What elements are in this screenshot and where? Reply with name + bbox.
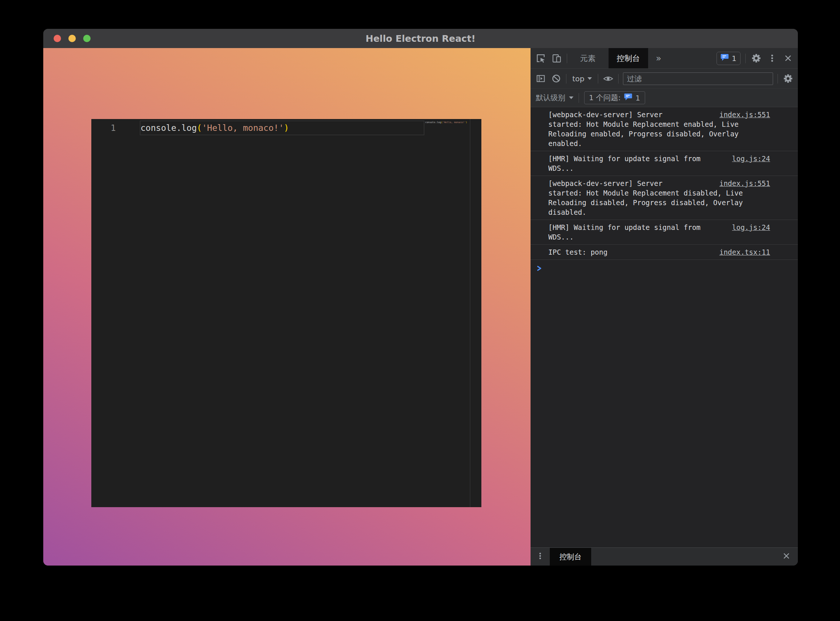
minimize-window-button[interactable] bbox=[68, 35, 76, 42]
traffic-lights bbox=[54, 35, 91, 42]
console-message[interactable]: index.tsx:11IPC test: pong bbox=[531, 245, 798, 260]
code-line[interactable]: console.log('Hello, monaco!') bbox=[141, 121, 289, 135]
app-window: Hello Electron React! 1 console.log('Hel… bbox=[43, 29, 798, 565]
minimap-divider bbox=[470, 119, 470, 507]
javascript-context-dropdown[interactable]: top bbox=[571, 74, 593, 83]
devtools-main-toolbar: 元素 控制台 » 1 bbox=[531, 48, 798, 69]
filter-input[interactable] bbox=[623, 73, 773, 85]
code-function: console.log bbox=[141, 123, 197, 133]
issues-counter-button[interactable]: 1 bbox=[717, 52, 740, 65]
source-link[interactable]: log.js:24 bbox=[707, 154, 770, 164]
zoom-window-button[interactable] bbox=[83, 35, 91, 42]
source-link[interactable]: index.tsx:11 bbox=[694, 247, 770, 257]
source-link[interactable]: index.js:551 bbox=[694, 110, 770, 120]
console-message[interactable]: log.js:24[HMR] Waiting for update signal… bbox=[531, 220, 798, 245]
console-message[interactable]: log.js:24[HMR] Waiting for update signal… bbox=[531, 151, 798, 176]
live-expression-eye-icon[interactable] bbox=[603, 73, 614, 84]
console-toolbar: top bbox=[531, 69, 798, 89]
console-levels-bar: 默认级别 1 个问题: 1 bbox=[531, 89, 798, 107]
console-sidebar-toggle-icon[interactable] bbox=[535, 73, 546, 84]
toolbar-divider bbox=[579, 93, 579, 103]
issues-summary-button[interactable]: 1 个问题: 1 bbox=[584, 91, 645, 104]
log-levels-dropdown[interactable]: 默认级别 bbox=[536, 93, 573, 103]
code-string: 'Hello, monaco!' bbox=[202, 123, 284, 133]
more-tabs-chevron[interactable]: » bbox=[653, 53, 664, 64]
line-number: 1 bbox=[91, 121, 125, 135]
clear-console-icon[interactable] bbox=[550, 73, 562, 84]
close-devtools-icon[interactable] bbox=[782, 53, 793, 64]
drawer-close-icon[interactable] bbox=[782, 551, 791, 563]
issues-badge-count: 1 bbox=[635, 94, 640, 102]
toolbar-divider bbox=[566, 74, 566, 83]
toolbar-divider bbox=[745, 54, 746, 63]
drawer-kebab-icon[interactable] bbox=[531, 551, 544, 562]
tab-console[interactable]: 控制台 bbox=[608, 48, 648, 68]
inspect-element-icon[interactable] bbox=[535, 53, 546, 64]
devtools-drawer-bar: 控制台 bbox=[531, 547, 798, 565]
editor-minimap[interactable]: console.log('Hello, monaco!') bbox=[425, 121, 467, 124]
settings-gear-icon[interactable] bbox=[751, 53, 762, 64]
devtools-panel: 元素 控制台 » 1 bbox=[531, 48, 798, 565]
source-link[interactable]: index.js:551 bbox=[694, 179, 770, 188]
code-open-paren: ( bbox=[197, 123, 202, 133]
console-settings-gear-icon[interactable] bbox=[782, 73, 793, 84]
issues-message-icon bbox=[720, 54, 729, 63]
titlebar: Hello Electron React! bbox=[43, 29, 798, 48]
drawer-tab-console[interactable]: 控制台 bbox=[550, 548, 591, 565]
monaco-editor[interactable]: 1 console.log('Hello, monaco!') console.… bbox=[91, 119, 481, 507]
kebab-menu-icon[interactable] bbox=[766, 53, 778, 64]
tab-elements[interactable]: 元素 bbox=[572, 48, 604, 68]
issues-count: 1 bbox=[732, 54, 737, 63]
chevron-down-icon bbox=[569, 97, 573, 99]
console-message[interactable]: index.js:551[webpack-dev-server] Server … bbox=[531, 107, 798, 151]
chevron-down-icon bbox=[587, 77, 592, 80]
source-link[interactable]: log.js:24 bbox=[707, 223, 770, 232]
toolbar-divider bbox=[778, 74, 778, 83]
console-message[interactable]: index.js:551[webpack-dev-server] Server … bbox=[531, 176, 798, 220]
window-title: Hello Electron React! bbox=[365, 33, 476, 44]
app-background: 1 console.log('Hello, monaco!') console.… bbox=[43, 48, 531, 565]
code-close-paren: ) bbox=[284, 123, 289, 133]
toolbar-divider bbox=[567, 54, 567, 63]
device-toolbar-icon[interactable] bbox=[551, 53, 562, 64]
issues-message-icon bbox=[624, 93, 632, 103]
console-output: index.js:551[webpack-dev-server] Server … bbox=[531, 107, 798, 547]
console-prompt[interactable] bbox=[531, 260, 798, 274]
toolbar-divider bbox=[618, 74, 619, 83]
close-window-button[interactable] bbox=[54, 35, 61, 42]
prompt-chevron-icon bbox=[537, 265, 542, 273]
toolbar-divider bbox=[598, 74, 598, 83]
